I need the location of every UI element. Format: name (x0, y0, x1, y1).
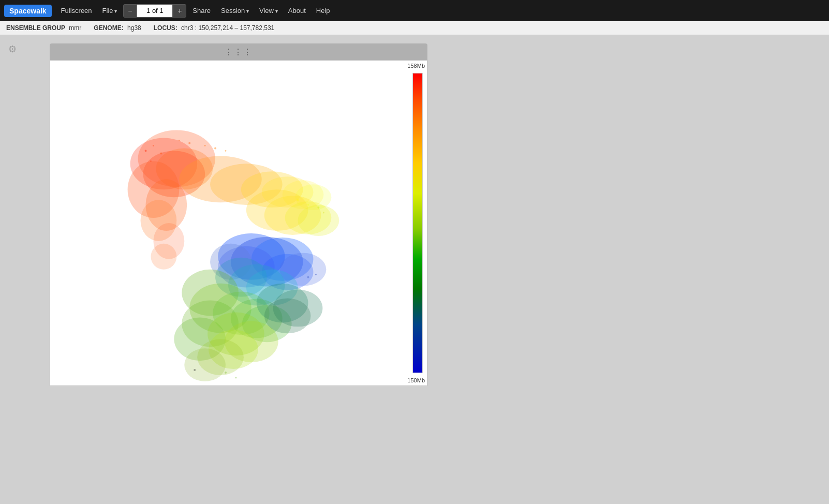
settings-button[interactable]: ⚙ (8, 43, 17, 55)
help-button[interactable]: Help (312, 5, 334, 17)
view-menu-button[interactable]: View (255, 5, 282, 17)
svg-point-57 (323, 212, 324, 214)
svg-point-9 (151, 244, 176, 270)
viewer-handle[interactable]: ⋮⋮⋮ (50, 43, 427, 60)
legend-bottom-label: 150Mb (407, 377, 425, 383)
fullscreen-button[interactable]: Fullscreen (57, 5, 96, 17)
brand-logo: Spacewalk (4, 5, 52, 17)
svg-point-52 (214, 147, 216, 149)
main-content: ⚙ ⋮⋮⋮ (0, 35, 829, 394)
svg-point-53 (225, 150, 227, 152)
scatter-svg (50, 61, 401, 386)
page-prev-button[interactable]: − (123, 4, 137, 18)
genome-bar: ENSEMBLE GROUP mmr GENOME: hg38 LOCUS: c… (0, 21, 829, 35)
gear-icon: ⚙ (8, 44, 17, 54)
color-legend: 158Mb 150Mb (401, 61, 427, 386)
svg-point-54 (297, 199, 299, 201)
svg-point-48 (150, 160, 152, 162)
svg-point-56 (317, 206, 319, 209)
svg-point-41 (184, 348, 226, 381)
svg-point-61 (235, 377, 236, 379)
locus-label: LOCUS: chr3 : 150,257,214 – 157,782,531 (154, 24, 275, 32)
svg-point-44 (264, 299, 311, 334)
about-button[interactable]: About (284, 5, 310, 17)
svg-point-55 (307, 204, 309, 206)
scatter-plot-area[interactable] (50, 61, 401, 386)
session-menu-button[interactable]: Session (217, 5, 253, 17)
settings-panel: ⚙ (8, 43, 17, 55)
svg-point-50 (188, 142, 190, 144)
svg-point-49 (179, 140, 180, 141)
svg-point-62 (194, 369, 196, 371)
svg-point-45 (144, 150, 146, 152)
drag-dots-icon: ⋮⋮⋮ (225, 47, 253, 57)
svg-point-60 (225, 372, 227, 374)
svg-point-47 (160, 152, 162, 154)
share-button[interactable]: Share (188, 5, 215, 17)
legend-top-label: 158Mb (407, 63, 425, 69)
svg-point-58 (307, 276, 309, 278)
page-controls: − + (123, 4, 186, 18)
page-next-button[interactable]: + (173, 4, 186, 18)
file-menu-button[interactable]: File (98, 5, 122, 17)
navbar: Spacewalk Fullscreen File − + Share Sess… (0, 0, 829, 21)
page-input[interactable] (137, 4, 173, 18)
ensemble-group-label: ENSEMBLE GROUP mmr (6, 24, 81, 32)
viz-panel: 158Mb 150Mb (50, 60, 427, 386)
genome-label: GENOME: hg38 (94, 24, 141, 32)
svg-point-19 (298, 205, 339, 236)
viewer-container: ⋮⋮⋮ (50, 43, 427, 386)
svg-point-51 (204, 145, 206, 146)
svg-point-59 (315, 274, 317, 275)
color-bar (412, 73, 423, 373)
svg-point-46 (153, 145, 154, 146)
